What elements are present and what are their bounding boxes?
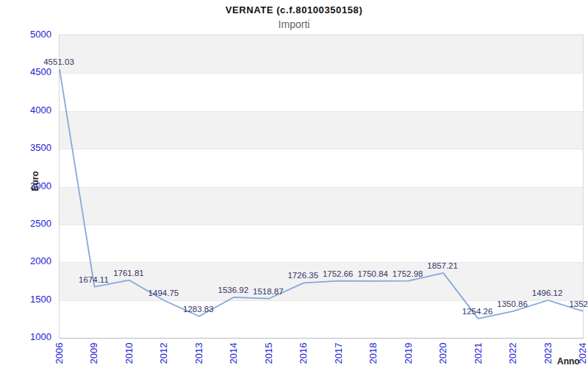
- data-point-label: 1283.83: [183, 305, 214, 314]
- series-line: [60, 69, 583, 319]
- x-tick-label: 2013: [193, 343, 204, 364]
- x-tick-label: 2017: [332, 343, 343, 364]
- y-tick-label: 4000: [10, 105, 51, 116]
- x-tick-label: 2018: [368, 343, 379, 364]
- data-point-label: 1494.75: [148, 289, 179, 297]
- x-tick-label: 2012: [158, 343, 169, 364]
- y-tick-label: 1000: [10, 331, 51, 343]
- data-point-label: 1536.92: [218, 286, 249, 294]
- x-tick-label: 2019: [402, 343, 413, 364]
- x-tick-label: 2020: [437, 343, 448, 364]
- y-tick-label: 1500: [10, 294, 51, 305]
- plot-area: [59, 35, 584, 339]
- data-point-label: 1752.66: [323, 269, 354, 278]
- data-point-label: 1857.21: [427, 261, 458, 270]
- y-tick-label: 5000: [10, 29, 51, 40]
- data-point-label: 1674.11: [79, 275, 109, 284]
- data-point-label: 1350.86: [497, 300, 528, 308]
- y-tick-label: 2500: [10, 218, 51, 230]
- data-point-label: 4551.03: [43, 57, 74, 66]
- x-tick-label: 2009: [88, 343, 99, 364]
- x-tick-label: 2021: [472, 343, 483, 364]
- y-axis-title: Euro: [30, 171, 40, 191]
- y-tick-label: 3500: [10, 142, 51, 154]
- data-point-label: 1352.8: [569, 300, 588, 308]
- x-tick-label: 2006: [54, 343, 65, 364]
- line-chart: VERNATE (c.f.80100350158) Importi 100015…: [0, 0, 588, 368]
- x-axis-title: Anno: [557, 356, 580, 367]
- data-line: [60, 35, 583, 338]
- x-tick-label: 2014: [228, 343, 239, 364]
- data-point-label: 1761.81: [113, 269, 144, 277]
- data-point-label: 1726.35: [287, 271, 318, 280]
- x-tick-label: 2015: [262, 343, 273, 364]
- data-point-label: 1254.26: [462, 307, 493, 316]
- chart-title: VERNATE (c.f.80100350158): [0, 4, 588, 15]
- data-point-label: 1752.98: [392, 269, 423, 278]
- y-tick-label: 4500: [10, 66, 51, 78]
- data-point-label: 1518.87: [253, 287, 284, 296]
- data-point-label: 1750.84: [357, 269, 388, 278]
- x-tick-label: 2010: [123, 343, 134, 364]
- x-tick-label: 2023: [542, 343, 553, 364]
- x-tick-label: 2022: [507, 343, 518, 364]
- chart-subtitle: Importi: [0, 18, 588, 30]
- y-tick-label: 2000: [10, 255, 51, 267]
- data-point-label: 1496.12: [532, 289, 563, 297]
- x-tick-label: 2016: [298, 343, 309, 364]
